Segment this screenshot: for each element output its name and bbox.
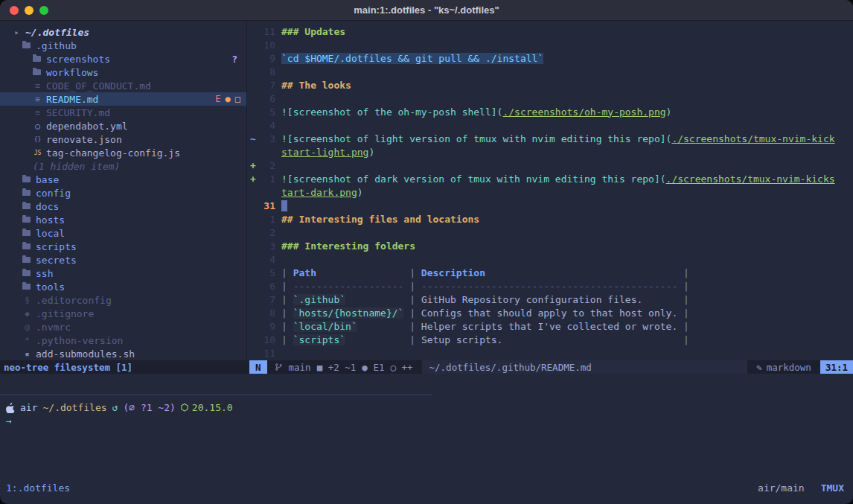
filetype-segment: ✎ markdown bbox=[756, 362, 811, 373]
editor-line[interactable]: 5![screenshot of the oh-my-posh shell](.… bbox=[247, 105, 853, 118]
tree-item-gitignore[interactable]: ◆.gitignore bbox=[0, 307, 246, 320]
line-number: 2 bbox=[256, 160, 275, 171]
tree-item-python-version[interactable]: *.python-version bbox=[0, 334, 246, 347]
gitsign-empty bbox=[247, 294, 256, 305]
editor-line[interactable]: 7| `.github` | GitHub Repository configu… bbox=[247, 293, 853, 306]
tree-item-workflows[interactable]: workflows bbox=[0, 66, 246, 79]
editor-line[interactable]: 7## The looks bbox=[247, 78, 853, 92]
tree-item-hosts[interactable]: hosts bbox=[0, 213, 246, 226]
editor-line[interactable]: 4 bbox=[247, 252, 853, 266]
gitsign-empty bbox=[247, 254, 256, 265]
editor-line[interactable]: tart-dark.png) bbox=[247, 185, 853, 199]
editor-line[interactable]: 1## Interesting files and locations bbox=[247, 212, 853, 226]
tree-item-label: tag-changelog-config.js bbox=[46, 147, 180, 159]
tree-item-label: .github bbox=[36, 40, 77, 51]
tree-item-label: scripts bbox=[36, 241, 77, 252]
tmux-flag: TMUX bbox=[821, 482, 844, 494]
gitsign-empty bbox=[247, 334, 256, 345]
neo-tree-panel[interactable]: ▸~/.dotfiles.githubscreenshots?workflows… bbox=[0, 21, 246, 360]
tree-item-1-hidden-item[interactable]: (1 hidden item) bbox=[0, 159, 246, 173]
gitsign-empty bbox=[247, 147, 256, 158]
tree-item-screenshots[interactable]: screenshots? bbox=[0, 52, 246, 66]
tree-item-local[interactable]: local bbox=[0, 226, 246, 240]
tree-item-scripts[interactable]: scripts bbox=[0, 240, 246, 253]
tree-item-config[interactable]: config bbox=[0, 186, 246, 200]
tree-item-github[interactable]: .github bbox=[0, 39, 246, 52]
gitsign-empty bbox=[247, 281, 256, 292]
cursor-position-badge: 31:1 bbox=[820, 360, 853, 374]
editor-line[interactable]: 5| Path | Description | bbox=[247, 266, 853, 279]
tree-item-secrets[interactable]: secrets bbox=[0, 253, 246, 267]
gitsign-empty bbox=[247, 321, 256, 332]
tree-item-label: SECURITY.md bbox=[46, 107, 110, 118]
line-number: 6 bbox=[256, 93, 275, 104]
tree-item-dotfiles[interactable]: ▸~/.dotfiles bbox=[0, 25, 246, 39]
prompt-divider bbox=[0, 395, 432, 395]
gitsign-empty bbox=[247, 66, 256, 77]
tree-item-ssh[interactable]: ssh bbox=[0, 267, 246, 280]
tree-item-label: docs bbox=[36, 201, 59, 212]
tmux-right-status: air/main TMUX bbox=[758, 482, 844, 494]
editor-line[interactable]: 2 bbox=[247, 226, 853, 239]
tree-item-label: .gitignore bbox=[36, 308, 94, 319]
editor-line[interactable]: 8| `hosts/{hostname}/` | Configs that sh… bbox=[247, 306, 853, 319]
editor-line[interactable]: 31 bbox=[247, 199, 853, 212]
tree-item-label: CODE_OF_CONDUCT.md bbox=[46, 80, 151, 92]
js-file-icon: JS bbox=[33, 150, 42, 156]
statusline-extra: ○ ++ bbox=[390, 362, 412, 373]
editor-line[interactable]: start-light.png) bbox=[247, 145, 853, 159]
tree-item-label: local bbox=[36, 228, 65, 239]
nvim-workspace: ▸~/.dotfiles.githubscreenshots?workflows… bbox=[0, 21, 853, 360]
editor-line[interactable]: 8 bbox=[247, 65, 853, 78]
tree-item-label: screenshots bbox=[46, 54, 110, 65]
tree-item-label: tools bbox=[36, 281, 65, 293]
editor-line[interactable]: 10 bbox=[247, 38, 853, 51]
tree-item-security-md[interactable]: ≡SECURITY.md bbox=[0, 106, 246, 119]
tree-item-label: (1 hidden item) bbox=[33, 161, 120, 172]
line-text: ![screenshot of dark version of tmux wit… bbox=[281, 173, 835, 185]
tree-item-add-submodules-sh[interactable]: ▪add-submodules.sh bbox=[0, 347, 246, 360]
tree-item-docs[interactable]: docs bbox=[0, 200, 246, 213]
editor-line[interactable]: 4 bbox=[247, 118, 853, 132]
editor-line[interactable]: 6| ------------------- | ---------------… bbox=[247, 279, 853, 293]
editor-line[interactable]: 11### Updates bbox=[247, 25, 853, 38]
line-text: tart-dark.png) bbox=[281, 187, 363, 198]
editor-line[interactable]: 6 bbox=[247, 92, 853, 105]
tree-item-code-of-conduct-md[interactable]: ≡CODE_OF_CONDUCT.md bbox=[0, 79, 246, 92]
tmux-window-label[interactable]: 1:.dotfiles bbox=[6, 482, 70, 494]
line-text: | `hosts/{hostname}/` | Configs that sho… bbox=[281, 307, 689, 319]
editor-line[interactable]: 9`cd $HOME/.dotfiles && git pull && ./in… bbox=[247, 51, 853, 65]
line-text: | `scripts` | Setup scripts. | bbox=[281, 334, 689, 345]
shell-pane[interactable]: air ~/.dotfiles ↺ (⌀ ?1 ~2) 20.15.0 → bbox=[0, 374, 853, 479]
editor-line[interactable]: 3### Interesting folders bbox=[247, 239, 853, 252]
gitsign-empty bbox=[247, 200, 256, 211]
node-version: 20.15.0 bbox=[192, 402, 233, 413]
editor-line[interactable]: 11 bbox=[247, 346, 853, 360]
editor-line[interactable]: +1![screenshot of dark version of tmux w… bbox=[247, 172, 853, 185]
editor-line[interactable]: +2 bbox=[247, 159, 853, 172]
gitsign-empty bbox=[247, 80, 256, 91]
tree-item-base[interactable]: base bbox=[0, 173, 246, 186]
line-number: 9 bbox=[256, 321, 275, 332]
tree-item-editorconfig[interactable]: §.editorconfig bbox=[0, 293, 246, 307]
editor-line[interactable]: 9| `local/bin` | Helper scripts that I'v… bbox=[247, 319, 853, 333]
tree-item-tools[interactable]: tools bbox=[0, 280, 246, 293]
line-text: | `.github` | GitHub Repository configur… bbox=[281, 294, 689, 305]
tree-item-label: add-submodules.sh bbox=[36, 348, 135, 360]
tree-item-renovate-json[interactable]: {}renovate.json bbox=[0, 133, 246, 146]
tree-item-readme-md[interactable]: ≡README.mdE●□ bbox=[0, 92, 246, 106]
editor-line[interactable]: 10| `scripts` | Setup scripts. | bbox=[247, 333, 853, 346]
filetype-label: markdown bbox=[767, 362, 811, 373]
tree-item-dependabot-yml[interactable]: ○dependabot.yml bbox=[0, 119, 246, 133]
tree-item-nvmrc[interactable]: @.nvmrc bbox=[0, 320, 246, 334]
editor-panel[interactable]: 11### Updates 10 9`cd $HOME/.dotfiles &&… bbox=[246, 21, 853, 360]
gitsign-chg: ~ bbox=[247, 133, 256, 144]
tree-item-label: base bbox=[36, 174, 59, 185]
gitsign-empty bbox=[247, 227, 256, 238]
line-number: 4 bbox=[256, 254, 275, 265]
editor-line[interactable]: ~3![screenshot of light version of tmux … bbox=[247, 132, 853, 145]
tree-item-tag-changelog-config-js[interactable]: JStag-changelog-config.js bbox=[0, 146, 246, 159]
star-file-icon: * bbox=[22, 336, 32, 345]
line-text: ![screenshot of the oh-my-posh shell](./… bbox=[281, 106, 671, 118]
diff-counts: ■ +2 ~1 bbox=[317, 362, 357, 373]
